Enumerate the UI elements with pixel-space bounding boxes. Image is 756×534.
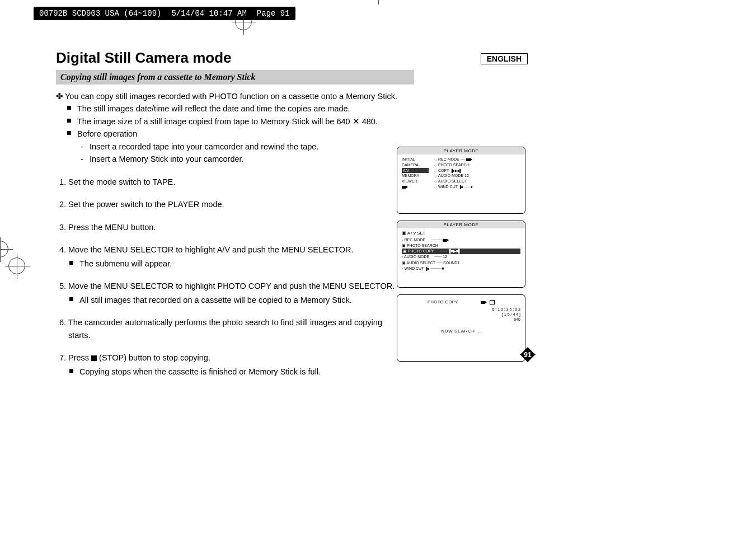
status-text: NOW SEARCH …	[402, 329, 520, 334]
step-item: Set the power switch to the PLAYER mode.	[68, 198, 397, 210]
steps-list: Set the mode switch to TAPE. Set the pow…	[56, 176, 397, 378]
time-counter-block: 0 : 1 0 : 3 5 : 0 2 [ 1 5 / 4 4 ] 640	[402, 307, 520, 322]
screen-title: PLAYER MODE	[397, 147, 525, 154]
photo-copy-label: PHOTO COPY	[428, 299, 458, 305]
screen-photo-copy-progress: PHOTO COPY ▭ 0 : 1 0 : 3 5 : 0 2 [ 1 5 /…	[397, 294, 525, 362]
intro-bullet: The image size of a still image copied f…	[56, 115, 414, 128]
camera-icon	[466, 158, 471, 161]
registration-mark-icon	[235, 13, 252, 30]
doc-page-marker: Page 91	[257, 9, 290, 18]
step-item: Press (STOP) button to stop copying. Cop…	[68, 352, 397, 378]
menu-right-column: REC MODE ········· PHOTO SEARCH COPY ▐■▶…	[434, 157, 473, 190]
camera-icon	[481, 301, 485, 304]
step-sub: The submenu will appear.	[68, 257, 397, 270]
step-sub: Copying stops when the cassette is finis…	[68, 366, 397, 378]
screen-illustrations: PLAYER MODE INITIAL CAMERA A/V MEMORY VI…	[397, 147, 525, 368]
step-item: The camcorder automatically performs the…	[68, 316, 397, 341]
intro-list: You can copy still images recorded with …	[56, 90, 414, 166]
intro-bullet: Before operation	[56, 128, 414, 140]
memory-stick-icon: ▭	[490, 300, 495, 305]
section-subtitle: Copying still images from a cassette to …	[56, 70, 414, 85]
doc-id: 00792B SCD903 USA (64~109)	[39, 9, 161, 18]
doc-header: 00792B SCD903 USA (64~109) 5/14/04 10:47…	[34, 7, 295, 20]
menu-left-column: INITIAL CAMERA A/V MEMORY VIEWER	[402, 157, 429, 190]
image-size: 640	[402, 317, 520, 322]
screen-title: PLAYER MODE	[397, 221, 525, 228]
page-number: 91	[521, 351, 534, 359]
doc-datetime: 5/14/04 10:47 AM	[171, 9, 246, 18]
registration-mark-icon	[8, 257, 25, 274]
screen-av-set-menu: PLAYER MODE ▣ A / V SET ◦ REC MODE ·····…	[397, 221, 525, 288]
camera-icon	[443, 239, 447, 242]
screen-header-row: PHOTO COPY ▭	[402, 299, 520, 306]
screen-heading: ▣ A / V SET	[402, 231, 520, 236]
intro-bullet: The still images date/time will reflect …	[56, 102, 414, 115]
frame-counter: [ 1 5 / 4 4 ]	[402, 312, 520, 317]
page-title: Digital Still Camera mode	[56, 49, 532, 67]
elapsed-time: 0 : 1 0 : 3 5 : 0 2	[402, 307, 520, 312]
screen-player-mode-menu: PLAYER MODE INITIAL CAMERA A/V MEMORY VI…	[397, 147, 525, 214]
step-item: Press the MENU button.	[68, 221, 397, 233]
step-sub: All still images that recorded on a cass…	[68, 294, 397, 306]
intro-sub-bullet: Insert a Memory Stick into your camcorde…	[56, 153, 414, 165]
step-item: Move the MENU SELECTOR to highlight PHOT…	[68, 280, 397, 306]
step-item: Move the MENU SELECTOR to highlight A/V …	[68, 243, 397, 270]
menu-rows: ◦ REC MODE ···················· ▣ PHOTO …	[402, 237, 520, 271]
step-item: Set the mode switch to TAPE.	[68, 176, 397, 188]
registration-mark-icon	[0, 241, 8, 257]
stop-icon	[91, 355, 97, 361]
intro-sub-bullet: Insert a recorded tape into your camcord…	[56, 140, 414, 153]
camera-icon	[402, 184, 429, 190]
intro-line: You can copy still images recorded with …	[56, 90, 414, 102]
